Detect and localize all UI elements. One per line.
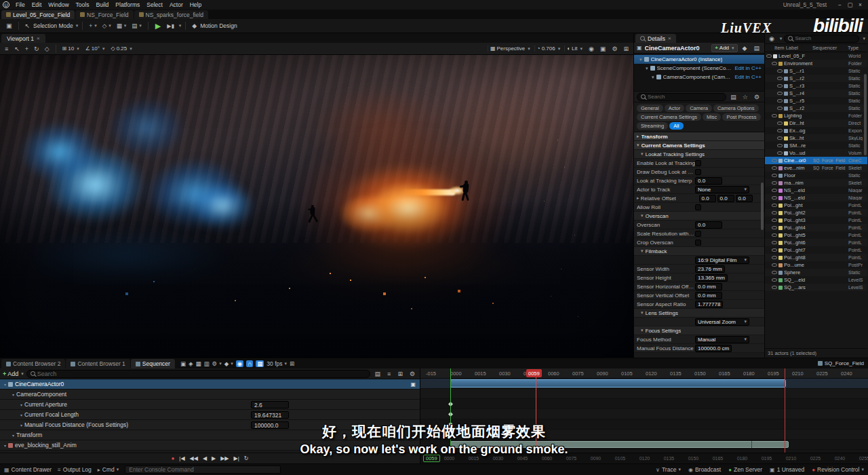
visibility-eye-icon[interactable] bbox=[772, 248, 777, 252]
property-row[interactable]: Manual Focus Distance 100000.0 cm 100000… bbox=[634, 344, 764, 353]
column-sequencer[interactable]: Sequencer bbox=[812, 45, 846, 51]
value-field[interactable]: 1.777778 bbox=[695, 301, 723, 308]
menu-item[interactable]: Help bbox=[186, 1, 205, 8]
maximize-button[interactable]: ▢ bbox=[845, 1, 855, 8]
motion-design-button[interactable]: ◆ Motion Design bbox=[190, 22, 237, 29]
details-settings-icon[interactable]: ⚙ bbox=[752, 94, 762, 100]
visibility-eye-icon[interactable] bbox=[777, 99, 783, 102]
checkbox[interactable] bbox=[695, 231, 701, 237]
visibility-eye-icon[interactable] bbox=[772, 218, 777, 222]
visibility-eye-icon[interactable] bbox=[777, 84, 783, 88]
render-movie-icon[interactable]: ▥ bbox=[204, 360, 210, 367]
visibility-eye-icon[interactable] bbox=[777, 129, 783, 132]
unreal-logo-icon[interactable]: U bbox=[3, 1, 9, 8]
property-row[interactable]: Relative Offset ▾ 0.0 0.0 0.0 bbox=[634, 194, 764, 203]
outliner-row[interactable]: Floor Static bbox=[765, 172, 867, 179]
outliner-row[interactable]: S_...r2 Static bbox=[765, 104, 867, 112]
sequence-name[interactable]: SQ_Force_Field bbox=[818, 360, 868, 366]
visibility-eye-icon[interactable] bbox=[772, 256, 777, 259]
visibility-eye-icon[interactable] bbox=[777, 144, 783, 147]
keyframe-settings-icon[interactable]: ◆ ▾ bbox=[224, 360, 233, 367]
viewport-scene[interactable] bbox=[0, 55, 633, 358]
timeline-ruler[interactable]: -015000000150030004500600075009001050120… bbox=[420, 368, 868, 379]
dropdown-field[interactable]: Universal Zoom▾ bbox=[695, 318, 749, 326]
property-row[interactable]: Sensor Vertical Offset 0.0 mm 0.0 mm▾ bbox=[634, 291, 764, 300]
minimize-button[interactable]: − bbox=[835, 1, 845, 8]
cmd-dropdown[interactable]: ▸ Cmd ▾ bbox=[98, 466, 119, 473]
viewport-settings-icon[interactable]: ⚙ bbox=[610, 45, 619, 52]
visibility-eye-icon[interactable] bbox=[772, 181, 777, 185]
close-icon[interactable]: × bbox=[668, 35, 671, 41]
filter-tracks-icon[interactable]: ≡ bbox=[385, 370, 393, 377]
find-in-browser-icon[interactable]: ◈ bbox=[189, 360, 193, 367]
save-icon[interactable]: ▣ bbox=[4, 22, 14, 29]
outliner-row[interactable]: S_...r4 Static bbox=[765, 90, 867, 97]
broadcast-menu[interactable]: ◉ Broadcast bbox=[688, 466, 721, 473]
visibility-eye-icon[interactable] bbox=[777, 77, 783, 80]
checkbox[interactable] bbox=[695, 204, 701, 210]
timeline-lane[interactable] bbox=[420, 409, 868, 419]
details-scrollbar[interactable] bbox=[761, 183, 764, 230]
column-item-label[interactable]: Item Label bbox=[774, 45, 811, 51]
outliner-row[interactable]: Po...ume PostPr bbox=[765, 261, 867, 269]
expander-icon[interactable]: ▾ bbox=[12, 392, 14, 397]
visibility-eye-icon[interactable] bbox=[766, 54, 772, 58]
filter-chip[interactable]: Post Process bbox=[722, 113, 760, 121]
platforms-icon[interactable]: ▤▾ bbox=[130, 22, 144, 29]
visibility-eye-icon[interactable] bbox=[772, 233, 777, 237]
outliner-row[interactable]: Poi...ght7 PointL bbox=[765, 246, 867, 254]
z-field[interactable]: 0.0 bbox=[736, 195, 753, 202]
column-type[interactable]: Type bbox=[848, 45, 866, 51]
visibility-eye-icon[interactable] bbox=[772, 263, 777, 267]
grid-snap-toggle[interactable]: ⊞ 10 ▾ bbox=[60, 45, 81, 52]
sequencer-track[interactable]: ▾ CineCameraActor0 ▣ bbox=[0, 379, 420, 390]
filter-chip[interactable]: General bbox=[637, 104, 663, 112]
rotate-tool-icon[interactable]: ↻ bbox=[32, 45, 41, 52]
filter-chip[interactable]: Actor bbox=[665, 104, 685, 112]
blueprints-icon[interactable]: ◇▾ bbox=[100, 22, 113, 29]
outliner-row[interactable]: Vo...ud Volum bbox=[765, 149, 867, 157]
outliner-row[interactable]: S_...r3 Static bbox=[765, 82, 867, 90]
property-row[interactable]: Filmback ▾ bbox=[634, 247, 764, 256]
value-field[interactable]: 100000.0 cm bbox=[695, 345, 732, 352]
unsaved-indicator[interactable]: ▣ 1 Unsaved bbox=[770, 466, 804, 473]
favorites-icon[interactable]: ☆ bbox=[741, 94, 750, 100]
play-options-icon[interactable]: ▾ bbox=[179, 23, 182, 28]
filter-chip[interactable]: Streaming bbox=[637, 122, 668, 130]
fps-dropdown[interactable]: 30 fps ▾ bbox=[267, 360, 287, 367]
track-search-input[interactable]: Search bbox=[26, 370, 370, 378]
cinematics-icon[interactable]: ▦▾ bbox=[115, 22, 129, 29]
select-tool-icon[interactable]: ↖ bbox=[12, 45, 22, 52]
angle-snap-toggle[interactable]: ∠ 10° ▾ bbox=[83, 45, 107, 52]
asset-tab[interactable]: NS_Force_Field bbox=[75, 10, 133, 19]
property-row[interactable]: 16:9 Digital Film 16:9 Digital Film▾ bbox=[634, 256, 764, 265]
panel-tab[interactable]: Content Browser 1 bbox=[66, 359, 130, 368]
property-row[interactable]: Enable Look at Tracking ▾ bbox=[634, 159, 764, 168]
filter-chip[interactable]: Current Camera Settings bbox=[637, 113, 701, 121]
timeline-lane[interactable] bbox=[420, 399, 868, 409]
expander-icon[interactable]: ▾ bbox=[639, 57, 642, 62]
property-row[interactable]: Allow Roll ▾ bbox=[634, 203, 764, 212]
range-icon[interactable]: ▦ bbox=[256, 360, 264, 367]
menu-item[interactable]: Tools bbox=[73, 1, 93, 8]
add-component-button[interactable]: +Add▾ bbox=[711, 44, 737, 52]
filter-chip[interactable]: Misc bbox=[703, 113, 721, 121]
visibility-eye-icon[interactable] bbox=[777, 136, 783, 140]
menu-item[interactable]: Select bbox=[143, 1, 166, 8]
outliner-row[interactable]: Environment Folder bbox=[765, 60, 867, 67]
outliner-row[interactable]: NS_...eld Niagar bbox=[765, 187, 867, 194]
camera-lock-icon[interactable]: ▣ bbox=[410, 381, 416, 387]
property-row[interactable]: Current Camera Settings ▾ bbox=[634, 141, 764, 150]
visibility-eye-icon[interactable] bbox=[777, 92, 783, 95]
sequencer-track[interactable]: ▾ CameraComponent ▣ bbox=[0, 390, 420, 400]
outliner-row[interactable]: Poi...ght PointL bbox=[765, 202, 867, 209]
component-row[interactable]: ▾ CameraComponent (CameraComponent) Edit… bbox=[634, 73, 764, 81]
property-row[interactable]: Draw Debug Look at Tracking ▾ bbox=[634, 168, 764, 176]
display-options-icon[interactable]: ▤ bbox=[728, 94, 738, 100]
dropdown-field[interactable]: None▾ bbox=[695, 186, 749, 193]
scale-tool-icon[interactable]: ◇ bbox=[43, 45, 52, 52]
menu-item[interactable]: File bbox=[12, 1, 28, 8]
camera-settings-icon[interactable]: ▣ bbox=[598, 45, 608, 52]
outliner-row[interactable]: S_...r2 Static bbox=[765, 75, 867, 82]
screen-percentage-dropdown[interactable]: ◔ 0.706 ▾ bbox=[534, 45, 562, 52]
